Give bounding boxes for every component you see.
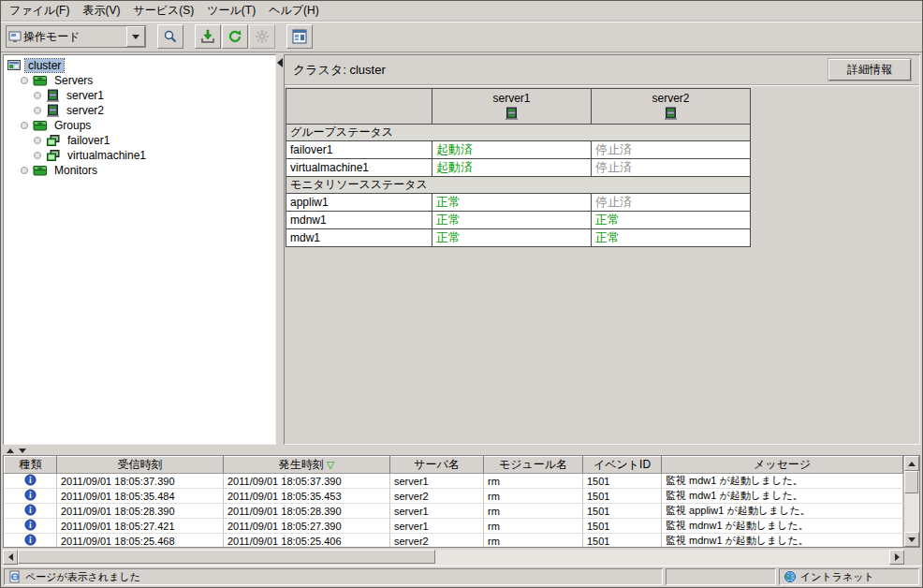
tree-expand-handle[interactable] <box>21 167 28 174</box>
zone-panel: イントラネット <box>779 568 919 585</box>
log-table-wrap: 種類受信時刻発生時刻▽サーバ名モジュール名イベントIDメッセージ2011/09/… <box>4 456 903 547</box>
log-cell: server1 <box>390 519 484 534</box>
menu-item[interactable]: 表示(V) <box>76 0 126 22</box>
tree-item-virtualmachine1[interactable]: virtualmachine1 <box>4 148 275 163</box>
tree-item-Groups[interactable]: Groups <box>4 118 275 133</box>
log-cell: 1501 <box>583 534 662 548</box>
options-button[interactable] <box>249 24 275 49</box>
tree-item-Monitors[interactable]: Monitors <box>4 163 275 178</box>
log-column-header-2[interactable]: 発生時刻▽ <box>224 457 390 474</box>
log-column-header-5[interactable]: イベントID <box>583 457 662 474</box>
search-icon <box>163 29 178 44</box>
log-column-header-3[interactable]: サーバ名 <box>390 457 484 474</box>
log-column-header-4[interactable]: モジュール名 <box>484 457 583 474</box>
tree-expand-handle[interactable] <box>21 77 28 84</box>
scroll-down-button[interactable] <box>904 532 919 547</box>
status-section-row: グループステータス <box>286 125 751 141</box>
resource-name[interactable]: failover1 <box>286 141 432 159</box>
tree-item-server1[interactable]: server1 <box>4 88 275 103</box>
status-bar: ページが表示されました イントラネット <box>1 566 922 587</box>
server-icon <box>664 107 678 121</box>
collect-logs-button[interactable] <box>195 24 221 49</box>
status-row-appliw1[interactable]: appliw1正常停止済 <box>286 194 751 212</box>
status-row-mdw1[interactable]: mdw1正常正常 <box>286 229 751 247</box>
tree-expand-handle[interactable] <box>34 152 41 159</box>
log-vertical-scrollbar[interactable] <box>903 456 919 547</box>
vertical-splitter[interactable] <box>276 52 284 447</box>
menu-item[interactable]: ヘルプ(H) <box>262 0 326 22</box>
tree-expand-handle[interactable] <box>34 107 41 114</box>
detail-info-button[interactable]: 詳細情報 <box>828 59 911 81</box>
tree-item-failover1[interactable]: failover1 <box>4 133 275 148</box>
status-row-failover1[interactable]: failover1起動済停止済 <box>286 141 751 159</box>
status-row-mdnw1[interactable]: mdnw1正常正常 <box>286 212 751 229</box>
scrollbar-thumb-horizontal[interactable] <box>18 550 435 564</box>
arrow-right-icon <box>895 553 900 561</box>
resource-name[interactable]: appliw1 <box>286 194 432 212</box>
gear-icon <box>255 29 270 44</box>
status-value: 正常 <box>592 229 751 247</box>
tree-expand-handle[interactable] <box>34 137 41 144</box>
resource-name[interactable]: mdw1 <box>286 229 432 247</box>
tree-item-Servers[interactable]: Servers <box>4 73 275 88</box>
tree-item-server2[interactable]: server2 <box>4 103 275 118</box>
log-row[interactable]: 2011/09/01 18:05:37.3902011/09/01 18:05:… <box>5 474 903 489</box>
info-icon <box>24 534 37 546</box>
log-cell: 監視 appliw1 が起動しました。 <box>662 504 903 519</box>
mode-combo-arrow[interactable] <box>126 26 145 47</box>
reload-button[interactable] <box>222 24 248 49</box>
integrated-manager-button[interactable] <box>286 24 313 49</box>
log-column-header-0[interactable]: 種類 <box>5 457 57 474</box>
menu-item[interactable]: サービス(S) <box>126 0 200 22</box>
mode-icon <box>7 30 23 43</box>
splitter-down-arrow-icon[interactable] <box>19 448 26 453</box>
log-row[interactable]: 2011/09/01 18:05:28.3902011/09/01 18:05:… <box>5 504 903 519</box>
log-cell: 1501 <box>583 519 662 534</box>
page-icon <box>8 570 22 583</box>
log-cell: 監視 mdw1 が起動しました。 <box>662 474 903 489</box>
scrollbar-thumb[interactable] <box>904 471 918 493</box>
log-cell: server2 <box>390 534 484 548</box>
resource-name[interactable]: mdnw1 <box>286 212 432 229</box>
toolbar: 操作モード <box>1 22 922 52</box>
server-icon <box>46 89 60 103</box>
tree-item-cluster[interactable]: cluster <box>4 58 275 73</box>
tree-item-label: Groups <box>51 119 94 132</box>
sort-indicator-icon: ▽ <box>327 459 334 470</box>
menu-item[interactable]: ツール(T) <box>200 0 262 22</box>
intranet-globe-icon <box>784 570 797 583</box>
scroll-up-button[interactable] <box>904 456 919 471</box>
log-row[interactable]: 2011/09/01 18:05:35.4842011/09/01 18:05:… <box>5 489 903 504</box>
log-row[interactable]: 2011/09/01 18:05:27.4212011/09/01 18:05:… <box>5 519 903 534</box>
status-section-row: モニタリソースステータス <box>286 177 751 194</box>
resource-name[interactable]: virtualmachine1 <box>286 159 432 177</box>
log-column-header-1[interactable]: 受信時刻 <box>57 457 224 474</box>
grid-icon <box>292 29 307 44</box>
log-cell: rm <box>484 474 583 489</box>
menu-item[interactable]: ファイル(F) <box>3 0 76 22</box>
toolbar-button-group <box>286 24 314 49</box>
scrollbar-track[interactable] <box>904 471 919 532</box>
scroll-left-button[interactable] <box>3 550 18 565</box>
tree-expand-handle[interactable] <box>21 122 28 129</box>
horizontal-splitter[interactable] <box>1 447 922 455</box>
status-value: 正常 <box>592 212 751 229</box>
log-column-header-6[interactable]: メッセージ <box>662 457 903 474</box>
status-value: 停止済 <box>592 194 751 212</box>
log-row[interactable]: 2011/09/01 18:05:25.4682011/09/01 18:05:… <box>5 534 903 548</box>
status-row-virtualmachine1[interactable]: virtualmachine1起動済停止済 <box>286 159 751 177</box>
splitter-collapse-arrow-icon[interactable] <box>277 58 283 67</box>
tree-expand-handle[interactable] <box>34 92 41 99</box>
tree-indent <box>7 110 34 111</box>
mode-combo[interactable]: 操作モード <box>6 25 146 48</box>
tree-item-label: cluster <box>25 59 64 72</box>
scroll-right-button[interactable] <box>889 550 904 565</box>
info-icon <box>24 474 37 486</box>
search-button[interactable] <box>157 24 183 49</box>
server-name-label: server2 <box>595 92 746 105</box>
scrollbar-track-horizontal[interactable] <box>18 550 889 566</box>
log-horizontal-scrollbar[interactable] <box>3 550 920 566</box>
log-cell: 2011/09/01 18:05:35.453 <box>224 489 390 504</box>
splitter-up-arrow-icon[interactable] <box>7 448 14 453</box>
log-cell: 2011/09/01 18:05:37.390 <box>224 474 390 489</box>
